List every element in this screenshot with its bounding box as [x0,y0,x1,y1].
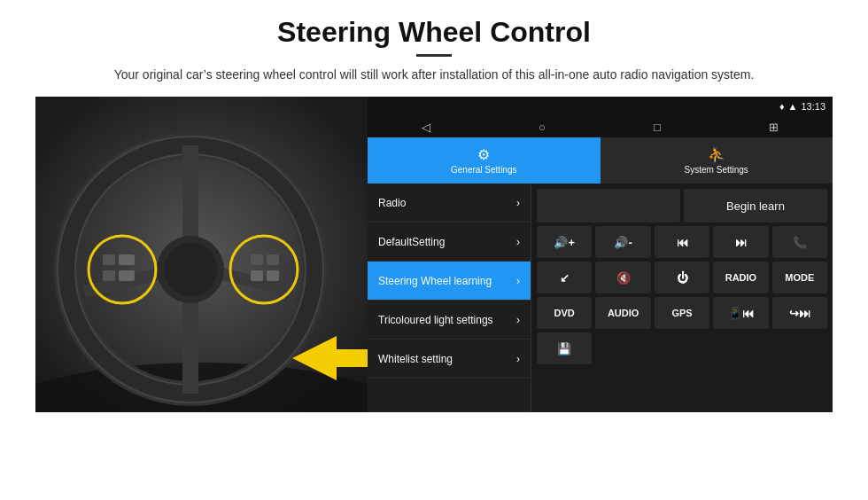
menu-tricoloured-label: Tricoloured light settings [378,314,493,326]
skip-button[interactable]: ↪⏭ [772,297,827,329]
page-title: Steering Wheel Control [35,16,833,49]
audio-button[interactable]: AUDIO [595,297,650,329]
svg-point-10 [164,243,217,296]
location-icon: ♦ [779,101,785,112]
page-subtitle: Your original car’s steering wheel contr… [35,66,833,84]
svg-rect-18 [267,254,279,265]
menu-item-radio[interactable]: Radio › [368,184,531,223]
menu-steering-label: Steering Wheel learning [378,275,492,287]
menu-default-label: DefaultSetting [378,236,445,248]
menu-default-arrow: › [516,236,520,248]
dvd-button[interactable]: DVD [537,297,592,329]
tab-bar: ⚙ General Settings ⛹ System Settings [368,137,833,184]
media-button[interactable]: 💾 [537,332,592,364]
gear-icon: ⚙ [477,146,490,163]
menu-item-steering-wheel[interactable]: Steering Wheel learning › [368,262,531,301]
main-split: Radio › DefaultSetting › Steering Wheel … [368,184,833,412]
radio-button[interactable]: RADIO [713,262,768,293]
svg-rect-16 [119,270,135,281]
svg-rect-19 [251,270,263,281]
menu-item-tricoloured[interactable]: Tricoloured light settings › [368,301,531,340]
svg-rect-13 [103,254,115,265]
phone-button[interactable]: 📞 [772,226,827,258]
icon-row-2: ↙ 🔇 ⏻ RADIO MODE [537,262,827,293]
grid-icon[interactable]: ⊞ [769,121,779,134]
wifi-icon: ▲ [788,101,798,112]
pickup-button[interactable]: ↙ [537,262,592,293]
recent-icon[interactable]: □ [654,121,661,134]
android-ui: ♦ ▲ 13:13 ◁ ○ □ ⊞ ⚙ General Settings ⛹ [368,97,833,412]
nav-bar: ◁ ○ □ ⊞ [368,116,833,137]
svg-rect-15 [119,254,135,265]
content-area: ♦ ▲ 13:13 ◁ ○ □ ⊞ ⚙ General Settings ⛹ [35,97,833,412]
next-button[interactable]: ⏭ [713,226,768,258]
svg-rect-17 [251,254,263,265]
status-icons: ♦ ▲ 13:13 [779,101,825,112]
menu-panel: Radio › DefaultSetting › Steering Wheel … [368,184,531,412]
mute-button[interactable]: 🔇 [595,262,650,293]
menu-radio-arrow: › [516,197,520,209]
svg-rect-20 [267,270,279,281]
tab-general-settings[interactable]: ⚙ General Settings [368,137,601,184]
menu-tricoloured-arrow: › [516,314,520,326]
icon-row-1: 🔊+ 🔊- ⏮ ⏭ 📞 [537,226,827,258]
menu-radio-label: Radio [378,197,406,209]
menu-steering-arrow: › [516,275,520,287]
status-bar: ♦ ▲ 13:13 [368,97,833,116]
svg-rect-14 [103,270,115,281]
menu-whitelist-arrow: › [516,353,520,365]
power-button[interactable]: ⏻ [655,262,709,293]
vol-up-button[interactable]: 🔊+ [537,226,592,258]
top-row: Begin learn [537,189,827,223]
steering-wheel-image [35,97,368,412]
begin-learn-button[interactable]: Begin learn [684,189,827,223]
menu-whitelist-label: Whitelist setting [378,353,453,365]
tel-prev-button[interactable]: 📱⏮ [713,297,768,329]
icon-row-3: DVD AUDIO GPS 📱⏮ ↪⏭ [537,297,827,329]
menu-item-default-setting[interactable]: DefaultSetting › [368,223,531,262]
mode-button[interactable]: MODE [772,262,827,293]
system-icon: ⛹ [708,146,725,163]
time: 13:13 [801,101,825,112]
gps-button[interactable]: GPS [655,297,709,329]
tab-system-settings[interactable]: ⛹ System Settings [601,137,833,184]
tab-general-label: General Settings [451,165,517,175]
title-divider [416,54,452,57]
menu-item-whitelist[interactable]: Whitelist setting › [368,340,531,379]
prev-button[interactable]: ⏮ [655,226,709,258]
back-icon[interactable]: ◁ [422,121,430,134]
home-icon[interactable]: ○ [539,121,546,134]
tab-system-label: System Settings [685,165,748,175]
empty-display-box [537,189,680,223]
vol-down-button[interactable]: 🔊- [595,226,650,258]
icon-grid: 🔊+ 🔊- ⏮ ⏭ 📞 ↙ 🔇 ⏻ RADIO MODE [537,226,827,364]
control-panel: Begin learn 🔊+ 🔊- ⏮ ⏭ 📞 ↙ [531,184,833,412]
icon-row-4: 💾 [537,332,827,364]
